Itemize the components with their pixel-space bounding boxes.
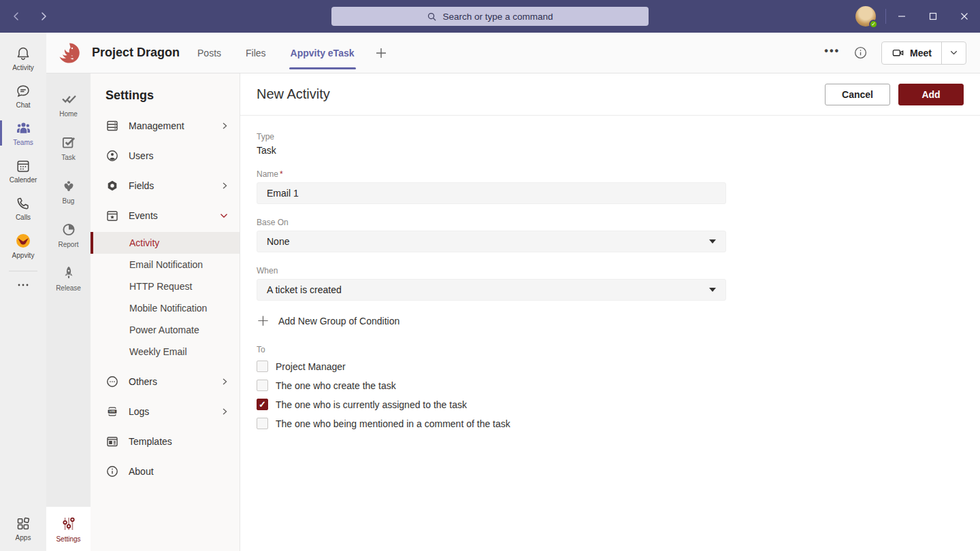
status-available-icon: ✓ bbox=[869, 20, 878, 29]
base-on-dropdown[interactable]: None bbox=[257, 231, 726, 252]
tab-posts[interactable]: Posts bbox=[197, 33, 221, 73]
nav-subitem-http-request[interactable]: HTTP Request bbox=[91, 276, 240, 297]
channel-info-button[interactable] bbox=[853, 46, 868, 60]
rail-item-teams[interactable]: Teams bbox=[0, 114, 46, 152]
app-rail-report[interactable]: Report bbox=[46, 212, 91, 256]
chat-icon bbox=[15, 83, 31, 99]
camera-icon bbox=[892, 46, 904, 59]
nav-item-others[interactable]: Others bbox=[91, 367, 240, 397]
left-rail: Activity Chat Teams Calender Calls Appvi… bbox=[0, 33, 46, 551]
nav-subitem-weekly-email[interactable]: Weekly Email bbox=[91, 341, 240, 363]
name-label: Name* bbox=[257, 169, 964, 179]
channel-more-button[interactable]: ••• bbox=[824, 45, 840, 61]
checkbox-label: The one who create the task bbox=[276, 380, 396, 391]
rail-item-calls[interactable]: Calls bbox=[0, 189, 46, 227]
channel-tabs: Posts Files Appvity eTask bbox=[197, 33, 354, 73]
checkbox-label: The one who being mentioned in a comment… bbox=[276, 418, 510, 429]
checkbox[interactable] bbox=[257, 361, 268, 372]
nav-subitem-mobile-notification[interactable]: Mobile Notification bbox=[91, 297, 240, 319]
bug-icon bbox=[60, 177, 78, 195]
rail-item-chat[interactable]: Chat bbox=[0, 77, 46, 114]
when-label: When bbox=[257, 266, 964, 276]
phone-icon bbox=[15, 195, 31, 212]
rail-label: Activity bbox=[12, 64, 34, 71]
task-icon bbox=[60, 133, 78, 151]
others-icon bbox=[105, 375, 119, 388]
nav-label: Logs bbox=[129, 406, 211, 417]
search-icon bbox=[427, 12, 437, 22]
rail-label: Settings bbox=[56, 535, 80, 543]
base-on-label: Base On bbox=[257, 218, 964, 227]
rail-separator bbox=[9, 271, 37, 271]
tab-appvity-etask[interactable]: Appvity eTask bbox=[291, 33, 355, 73]
nav-subitem-activity[interactable]: Activity bbox=[91, 232, 240, 254]
add-tab-button[interactable] bbox=[375, 47, 387, 59]
fields-icon bbox=[105, 179, 119, 193]
checkbox[interactable] bbox=[257, 418, 268, 429]
chevron-right-icon bbox=[220, 182, 229, 190]
report-icon bbox=[60, 220, 78, 238]
close-button[interactable] bbox=[949, 0, 980, 33]
rail-label: Teams bbox=[13, 139, 33, 146]
to-label: To bbox=[257, 345, 964, 354]
app-rail-home[interactable]: Home bbox=[46, 82, 91, 125]
name-input[interactable]: Email 1 bbox=[257, 182, 726, 204]
nav-subitem-power-automate[interactable]: Power Automate bbox=[91, 319, 240, 341]
more-apps-button[interactable] bbox=[17, 276, 29, 295]
when-dropdown[interactable]: A ticket is created bbox=[257, 279, 726, 301]
nav-item-users[interactable]: Users bbox=[91, 141, 240, 171]
nav-item-fields[interactable]: Fields bbox=[91, 171, 240, 201]
nav-item-events[interactable]: Events bbox=[91, 201, 240, 231]
base-on-value: None bbox=[267, 236, 289, 247]
meet-options-button[interactable] bbox=[941, 42, 966, 64]
rail-label: Bug bbox=[63, 197, 75, 205]
teams-window: Search or type a command ✓ Activity Chat… bbox=[0, 0, 980, 551]
app-rail-task[interactable]: Task bbox=[46, 125, 91, 169]
rail-item-apps[interactable]: Apps bbox=[0, 510, 46, 547]
checkbox[interactable] bbox=[257, 380, 268, 391]
tab-files[interactable]: Files bbox=[246, 33, 266, 73]
nav-item-logs[interactable]: LOG Logs bbox=[91, 397, 240, 427]
nav-item-management[interactable]: Management bbox=[91, 111, 240, 141]
home-icon bbox=[60, 90, 78, 107]
management-icon bbox=[105, 119, 119, 133]
forward-arrow-icon[interactable] bbox=[38, 11, 49, 22]
page-title: New Activity bbox=[257, 86, 330, 102]
app-rail-settings[interactable]: Settings bbox=[46, 507, 91, 551]
minimize-button[interactable] bbox=[886, 0, 917, 33]
type-label: Type bbox=[257, 132, 964, 141]
back-arrow-icon[interactable] bbox=[11, 11, 22, 22]
checkbox[interactable] bbox=[257, 399, 268, 410]
titlebar: Search or type a command ✓ bbox=[0, 0, 980, 33]
rail-label: Chat bbox=[16, 101, 30, 109]
app-rail-bug[interactable]: Bug bbox=[46, 169, 91, 212]
logs-icon: LOG bbox=[105, 405, 119, 418]
checkbox-label: The one who is currently assigned to the… bbox=[276, 399, 467, 410]
maximize-button[interactable] bbox=[917, 0, 949, 33]
add-condition-group-button[interactable]: Add New Group of Condition bbox=[257, 314, 964, 327]
nav-item-templates[interactable]: Templates bbox=[91, 427, 240, 456]
rail-item-activity[interactable]: Activity bbox=[0, 39, 46, 77]
app-rail-release[interactable]: Release bbox=[46, 256, 91, 299]
bell-icon bbox=[15, 46, 31, 62]
cancel-button[interactable]: Cancel bbox=[825, 84, 890, 105]
templates-icon bbox=[105, 435, 119, 448]
recipient-project-manager[interactable]: Project Manager bbox=[257, 361, 964, 372]
search-input[interactable]: Search or type a command bbox=[331, 7, 649, 26]
add-condition-label: Add New Group of Condition bbox=[278, 316, 399, 327]
add-button[interactable]: Add bbox=[898, 84, 964, 105]
nav-item-about[interactable]: About bbox=[91, 456, 240, 486]
recipient-task-creator[interactable]: The one who create the task bbox=[257, 380, 964, 391]
recipient-current-assignee[interactable]: The one who is currently assigned to the… bbox=[257, 399, 964, 410]
main-panel: New Activity Cancel Add Type Task Name* … bbox=[240, 73, 980, 551]
nav-subitem-email-notification[interactable]: Email Notification bbox=[91, 254, 240, 276]
nav-label: Management bbox=[129, 120, 211, 131]
new-activity-form: Type Task Name* Email 1 Base On None Whe… bbox=[240, 116, 980, 437]
rail-item-appvity[interactable]: Appvity bbox=[0, 227, 46, 264]
recipient-mentioned-user[interactable]: The one who being mentioned in a comment… bbox=[257, 418, 964, 429]
rail-label: Release bbox=[56, 284, 81, 292]
meet-button[interactable]: Meet bbox=[882, 42, 941, 64]
type-value: Task bbox=[257, 145, 964, 156]
rail-item-calendar[interactable]: Calender bbox=[0, 152, 46, 189]
user-avatar[interactable]: ✓ bbox=[855, 6, 876, 27]
